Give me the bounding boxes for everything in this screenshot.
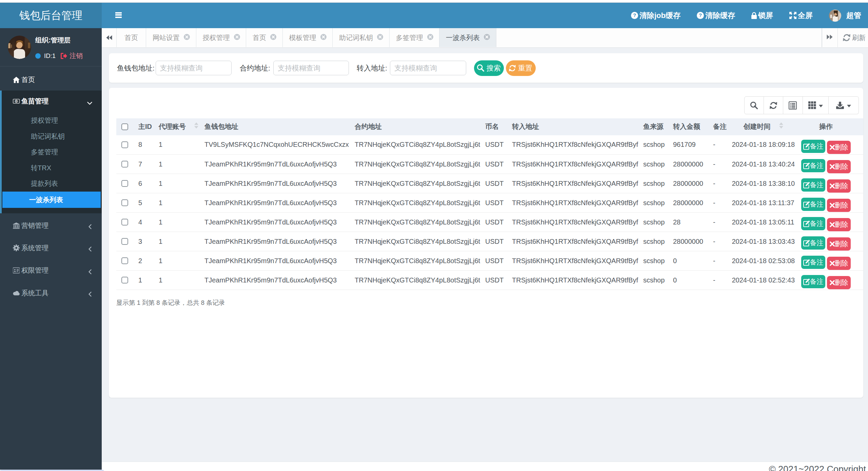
svg-text:?: ? (699, 12, 702, 18)
svg-text:?: ? (633, 12, 636, 18)
svg-text:0: 0 (16, 99, 17, 102)
